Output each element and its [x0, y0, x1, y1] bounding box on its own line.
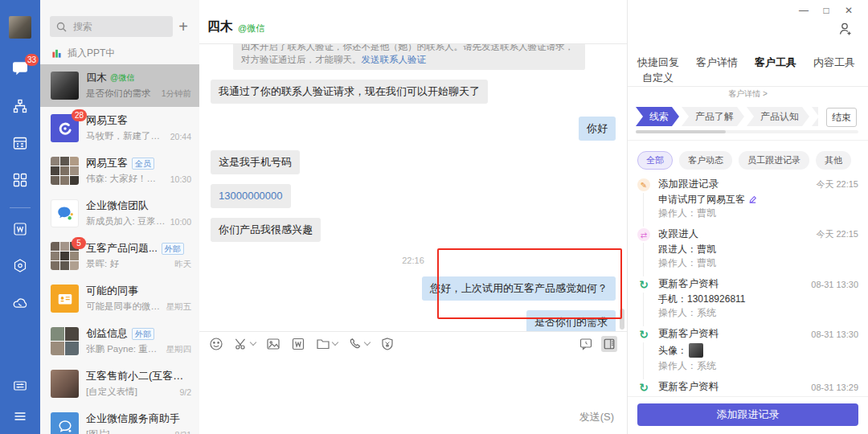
panel-bottom-bar: 添加跟进记录 [628, 396, 868, 434]
chat-history-icon[interactable] [579, 337, 593, 351]
list-item-provider-assistant[interactable]: 企业微信服务商助手 [图片]8/31 [40, 405, 199, 434]
side-panel-toggle-icon[interactable] [601, 336, 617, 352]
stage-product-awareness[interactable]: 产品认知 [747, 107, 809, 126]
list-item-huke[interactable]: 28 网易互客 马牧野，新建了1个...20:44 [40, 107, 199, 149]
avatar [51, 370, 79, 398]
group-avatar [51, 157, 79, 185]
timeline-entry: ⇄ 改跟进人今天 22:15 跟进人：曹凯 操作人：曹凯 [637, 227, 858, 270]
send-button[interactable]: 发送(S) [579, 410, 614, 424]
avatar [51, 412, 79, 434]
edit-icon[interactable] [748, 195, 757, 204]
stage-product-intro[interactable]: 产品了解 [682, 107, 744, 126]
search-input[interactable] [50, 16, 173, 37]
chat-preview: [自定义表情] [86, 386, 137, 398]
caret-down-icon [364, 339, 371, 346]
divider [628, 140, 868, 141]
screenshot-icon[interactable] [234, 337, 256, 351]
list-item-simu[interactable]: 四木@微信 是否你们的需求1分钟前 [40, 64, 199, 107]
chat-time: 10:30 [170, 174, 191, 184]
entry-time: 今天 22:15 [816, 228, 858, 240]
entry-detail: 申请试用了网易互客 [658, 193, 745, 207]
filter-other[interactable]: 其他 [816, 151, 851, 170]
tab-custom[interactable]: 自定义 [642, 71, 674, 85]
list-item-possible-colleague[interactable]: 可能的同事 可能是同事的微信...星期五 [40, 277, 199, 320]
stage-scrollbar-thumb[interactable] [636, 130, 726, 133]
divider [628, 86, 868, 87]
nav-menu-button[interactable] [12, 408, 28, 424]
list-item-huke-group[interactable]: 网易互客全员 伟森: 大家好！我是...10:30 [40, 149, 199, 192]
red-packet-icon[interactable] [380, 337, 395, 351]
pencil-icon: ✎ [637, 178, 650, 191]
minimize-button[interactable]: — [792, 3, 815, 18]
chat-preview: 伟森: 大家好！我是... [86, 173, 162, 185]
folder-icon[interactable] [316, 337, 338, 351]
follow-up-timeline: ✎ 添加跟进记录今天 22:15 申请试用了网易互客 操作人：曹凯 ⇄ 改跟进人… [637, 177, 858, 397]
call-icon[interactable] [348, 337, 370, 351]
tab-content-tools[interactable]: 内容工具 [813, 55, 855, 70]
entry-title: 改跟进人 [658, 227, 698, 241]
external-tag: 外部 [132, 328, 154, 340]
chat-time: 10:00 [170, 217, 191, 227]
maximize-button[interactable]: □ [815, 3, 837, 18]
message-bubble: 您好，上次试用的互客产品感觉如何？ [422, 276, 616, 301]
all-staff-tag: 全员 [132, 158, 154, 170]
entry-detail: 手机：13018926811 [658, 293, 746, 306]
filter-all[interactable]: 全部 [637, 151, 673, 170]
chat-scrollbar-thumb[interactable] [620, 309, 624, 330]
nav-apps-button[interactable] [12, 258, 28, 274]
nav-cloud-call-button[interactable] [12, 295, 29, 312]
end-stage-button[interactable]: 结束 [826, 108, 857, 127]
chat-name: 可能的同事 [86, 284, 138, 298]
filter-follow-up-records[interactable]: 员工跟进记录 [739, 151, 809, 170]
tab-customer-tools[interactable]: 客户工具 [755, 55, 796, 70]
my-avatar[interactable] [9, 16, 31, 39]
add-follow-up-record-button[interactable]: 添加跟进记录 [637, 403, 858, 426]
contact-card-icon [56, 290, 74, 308]
tab-customer-detail[interactable]: 客户详情 [696, 55, 738, 70]
search-field[interactable] [72, 20, 163, 33]
nav-workbench-button[interactable] [12, 172, 28, 188]
cloud-phone-icon [12, 295, 29, 312]
message-bubble: 你好 [579, 117, 616, 141]
tab-quick-reply[interactable]: 快捷回复 [637, 55, 679, 70]
avatar [51, 72, 79, 100]
ppt-status-banner[interactable]: 插入PPT中 [51, 43, 199, 63]
stage-lead[interactable]: 线索 [636, 107, 679, 126]
customer-detail-link[interactable]: 客户详情 > [628, 88, 868, 100]
swap-icon: ⇄ [637, 228, 650, 241]
filter-customer-activity[interactable]: 客户动态 [679, 151, 732, 170]
nav-toolbar-config-button[interactable] [12, 378, 28, 394]
list-item-presales[interactable]: 互客售前小二(互客售... [自定义表情]9/2 [40, 362, 199, 405]
list-item-chuangyi[interactable]: 创益信息外部 张鹏 Payne: 重新...星期四 [40, 320, 199, 362]
nav-contacts-button[interactable] [12, 98, 28, 114]
message-bubble: 你们产品我很感兴趣 [211, 218, 321, 242]
chat-time: 9/2 [179, 387, 191, 397]
list-item-huke-issues[interactable]: 5 互客产品问题...外部 景晖: 好昨天 [40, 235, 199, 277]
entry-time: 08-31 13:30 [811, 280, 858, 289]
send-verification-link[interactable]: 发送联系人验证 [362, 55, 427, 64]
list-item-wework-team[interactable]: 企业微信团队 新成员加入: 豆浆油条10:00 [40, 192, 199, 235]
chat-preview: [图片] [86, 428, 109, 434]
grid-icon [12, 172, 28, 188]
chat-time: 20:44 [170, 132, 191, 141]
image-icon[interactable] [266, 337, 280, 351]
phone-number-link[interactable]: 13000000000 [211, 184, 291, 208]
doc-icon[interactable] [291, 337, 305, 351]
message-area: 四木开启了联系人验证，你还不是他（她）的联系人。请先发送联系人验证请求，对方验证… [199, 43, 627, 331]
entry-title: 更新客户资料 [658, 380, 719, 394]
time-divider: 22:16 [211, 256, 616, 265]
entry-title: 添加跟进记录 [658, 178, 719, 191]
chat-header: 四木 @微信 [199, 0, 627, 44]
unread-badge: 28 [72, 109, 87, 121]
nav-chats-button[interactable]: 33 [11, 59, 29, 77]
nav-docs-button[interactable] [12, 221, 28, 237]
message-input-area[interactable]: 发送(S) [199, 355, 627, 434]
avatar [51, 199, 79, 227]
conversation-list-panel: + 插入PPT中 四木@微信 是否你们的需求1分钟前 28 网易互客 [40, 0, 200, 434]
add-member-icon[interactable] [837, 21, 854, 37]
emoji-icon[interactable] [209, 337, 223, 351]
entry-operator: 操作人：曹凯 [658, 256, 858, 270]
close-button[interactable]: ✕ [837, 3, 860, 18]
nav-calendar-button[interactable] [12, 135, 28, 151]
add-chat-button[interactable]: + [175, 18, 191, 35]
